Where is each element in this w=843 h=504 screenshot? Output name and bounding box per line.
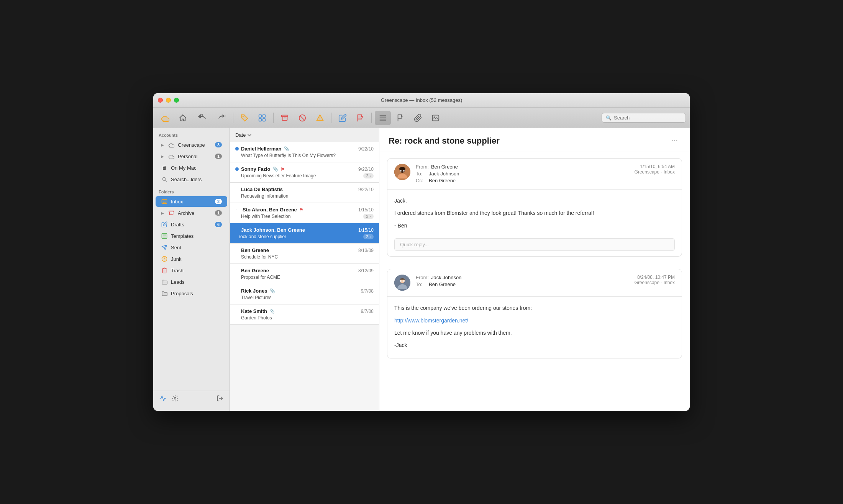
email-item[interactable]: Ben Greene 8/13/09 Schedule for NYC <box>230 244 379 264</box>
inbox-label: Inbox <box>171 199 212 205</box>
avatar-ben <box>394 164 410 180</box>
avatar-jack <box>394 275 410 291</box>
date-sort-button[interactable]: Date <box>235 132 252 138</box>
search-folders-icon <box>161 176 168 183</box>
blomster-link[interactable]: http://www.blomstergarden.net/ <box>394 317 468 324</box>
email-item[interactable]: Ben Greene 8/12/09 Proposal for ACME <box>230 264 379 284</box>
search-input[interactable] <box>614 115 682 121</box>
email-sender: Sonny Fazio <box>241 166 271 172</box>
close-button[interactable] <box>158 98 163 103</box>
forward-button[interactable] <box>214 111 230 125</box>
signout-button[interactable] <box>216 394 224 404</box>
email-item[interactable]: ← Sto Akron, Ben Greene ⚑ 1/15/10 Help w… <box>230 203 379 223</box>
sidebar-item-greenscape[interactable]: ▶ Greenscape 3 <box>156 139 227 150</box>
leads-label: Leads <box>171 279 222 285</box>
sidebar-item-proposals[interactable]: Proposals <box>156 288 227 299</box>
sidebar-item-drafts[interactable]: Drafts 6 <box>156 219 227 230</box>
svg-point-27 <box>672 140 673 141</box>
cloud-icon-personal <box>168 153 175 160</box>
greenscape-label: Greenscape <box>178 142 212 148</box>
sidebar-item-trash[interactable]: Trash <box>156 265 227 276</box>
svg-point-25 <box>164 260 164 260</box>
email-date: 8/12/09 <box>358 268 374 273</box>
sidebar-item-search-folders[interactable]: Search...lders <box>156 174 227 185</box>
cc-value: Ben Greene <box>429 178 456 183</box>
email-item[interactable]: Luca De Baptistis 9/22/10 Requesting inf… <box>230 183 379 203</box>
message-header-2: From: Jack Johnson To: Ben Greene 8/24/0… <box>387 269 682 296</box>
email-item-selected[interactable]: Jack Johnson, Ben Greene 1/15/10 rock an… <box>230 223 379 244</box>
sidebar-item-on-my-mac[interactable]: 🖥 On My Mac <box>156 162 227 173</box>
svg-rect-1 <box>259 115 261 117</box>
alert-button[interactable] <box>312 111 328 125</box>
trash-label: Trash <box>171 268 222 273</box>
sidebar-item-leads[interactable]: Leads <box>156 277 227 287</box>
flag-button-toolbar[interactable] <box>352 111 368 125</box>
on-my-mac-label: On My Mac <box>171 165 222 171</box>
email-detail: Re: rock and stone supplier <box>379 128 690 411</box>
expand-icon: ▶ <box>161 143 164 147</box>
email-sender: Ben Greene <box>241 247 269 253</box>
settings-button[interactable] <box>171 394 179 404</box>
minimize-button[interactable] <box>166 98 171 103</box>
svg-point-43 <box>401 281 402 281</box>
tag-button[interactable] <box>236 111 253 125</box>
separator-1 <box>233 113 233 123</box>
email-item[interactable]: Sonny Fazio 📎 ⚑ 9/22/10 Upcoming Newslet… <box>230 162 379 183</box>
search-bar[interactable]: 🔍 <box>602 113 686 123</box>
sidebar-item-sent[interactable]: Sent <box>156 242 227 253</box>
drafts-label: Drafts <box>171 222 212 227</box>
cloud-button[interactable] <box>157 111 173 125</box>
list-view-button[interactable] <box>375 111 391 125</box>
unread-indicator <box>235 167 239 171</box>
svg-rect-3 <box>259 118 261 121</box>
email-date: 9/7/08 <box>361 288 374 294</box>
attachment-icon: 📎 <box>284 146 289 151</box>
sidebar-item-templates[interactable]: Templates <box>156 231 227 241</box>
email-date: 1/15/10 <box>358 227 374 233</box>
home-button[interactable] <box>175 111 191 125</box>
email-date: 9/7/08 <box>361 309 374 314</box>
to-value-2: Ben Greene <box>429 281 456 287</box>
from-label: From: <box>416 164 429 170</box>
reply-all-button[interactable] <box>192 111 212 125</box>
email-sender: Luca De Baptistis <box>241 187 283 192</box>
maximize-button[interactable] <box>174 98 179 103</box>
to-value: Jack Johnson <box>429 171 459 177</box>
message-card-2: From: Jack Johnson To: Ben Greene 8/24/0… <box>387 269 682 358</box>
flag-icon: ⚑ <box>280 167 285 172</box>
sidebar-item-personal[interactable]: ▶ Personal 1 <box>156 151 227 162</box>
sidebar: Accounts ▶ Greenscape 3 ▶ Personal 1 🖥 O… <box>153 128 230 411</box>
email-item[interactable]: Rick Jones 📎 9/7/08 Travel Pictures <box>230 284 379 304</box>
attachment-button-toolbar[interactable] <box>410 111 426 125</box>
mac-icon: 🖥 <box>161 164 168 171</box>
detail-header: Re: rock and stone supplier <box>379 128 690 152</box>
block-button[interactable] <box>294 111 310 125</box>
personal-badge: 1 <box>215 154 222 159</box>
detail-menu-button[interactable] <box>669 136 681 146</box>
sidebar-item-inbox[interactable]: Inbox 3 <box>156 196 227 207</box>
sidebar-item-junk[interactable]: Junk <box>156 254 227 264</box>
compose-button[interactable] <box>335 111 351 125</box>
email-subject: Requesting information <box>241 193 374 199</box>
email-item[interactable]: Kate Smith 📎 9/7/08 Garden Photos <box>230 304 379 325</box>
expand-icon-personal: ▶ <box>161 154 164 159</box>
image-button-toolbar[interactable] <box>428 111 444 125</box>
thread-count: 3 › <box>363 214 374 219</box>
thread-count: 2 › <box>363 234 374 239</box>
quick-reply-box[interactable]: Quick reply... <box>394 238 675 251</box>
email-item[interactable]: Daniel Hellerman 📎 9/22/10 What Type of … <box>230 142 379 162</box>
folders-label: Folders <box>153 185 230 196</box>
rules-button[interactable] <box>254 111 270 125</box>
svg-point-36 <box>401 170 402 171</box>
archive-button[interactable] <box>277 111 293 125</box>
sidebar-item-archive[interactable]: ▶ Archive 1 <box>156 208 227 218</box>
svg-point-37 <box>404 170 405 171</box>
archive-expand-icon: ▶ <box>161 211 164 215</box>
from-value-2: Jack Johnson <box>431 275 462 280</box>
activity-button[interactable] <box>159 394 167 404</box>
flag2-button-toolbar[interactable] <box>392 111 408 125</box>
flag-icon: ⚑ <box>299 207 303 213</box>
email-list-header: Date <box>230 128 379 142</box>
email-subject: What Type of Butterfly Is This On My Flo… <box>241 153 374 158</box>
toolbar: 🔍 <box>153 108 690 128</box>
